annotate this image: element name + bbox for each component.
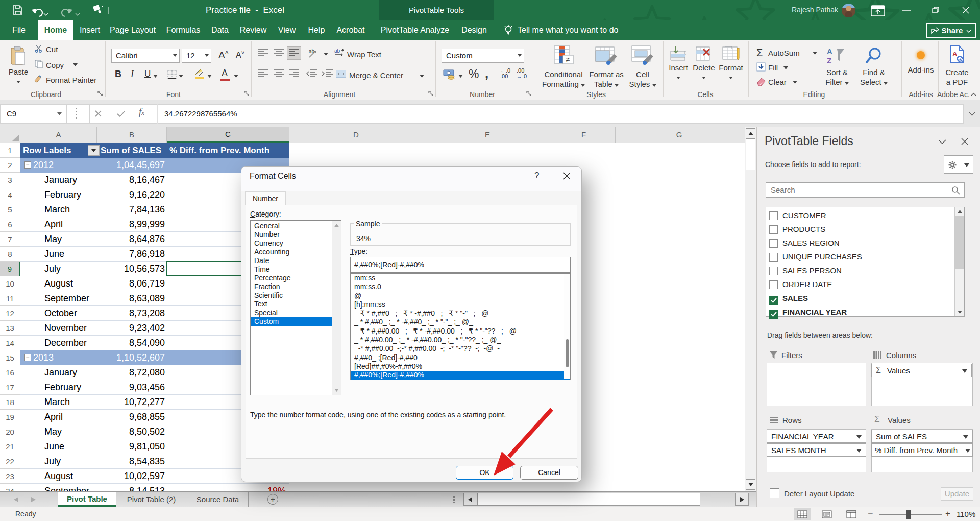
- svg-text:A: A: [952, 50, 958, 58]
- svg-text:ab: ab: [309, 49, 315, 54]
- svg-text:≠: ≠: [566, 55, 570, 64]
- svg-text:A: A: [827, 47, 832, 56]
- svg-text:ab: ab: [334, 48, 340, 54]
- svg-text:Z: Z: [827, 56, 831, 65]
